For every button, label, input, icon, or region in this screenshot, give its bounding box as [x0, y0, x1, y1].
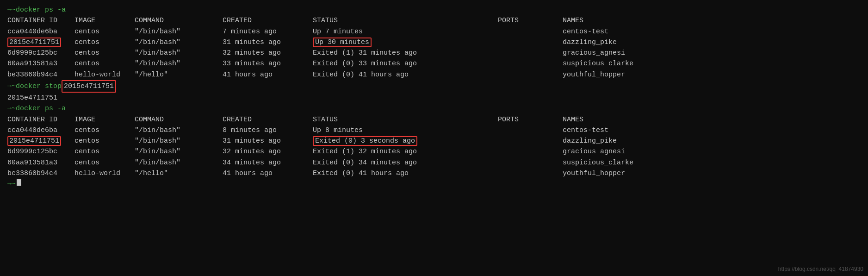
prompt-tilde: ~ — [12, 179, 16, 189]
col-names: suspicious_clarke — [563, 157, 633, 168]
table-row: 2015e4711751centos"/bin/bash"31 minutes … — [7, 37, 861, 48]
col-container-id: cca0440de6ba — [7, 26, 74, 37]
prompt-cursor-line: → ~ — [7, 179, 861, 189]
col-header-image: IMAGE — [74, 15, 135, 26]
col-command: "/bin/bash" — [135, 48, 223, 58]
col-header-container: CONTAINER ID — [7, 114, 74, 125]
prompt-arrow: → — [7, 179, 12, 189]
col-header-created: CREATED — [223, 15, 313, 26]
col-container-id: be33860b94c4 — [7, 69, 74, 80]
col-names: centos-test — [563, 26, 608, 37]
col-created: 34 minutes ago — [223, 157, 313, 168]
col-container-id: 6d9999c125bc — [7, 48, 74, 58]
col-status: Up 30 minutes — [313, 37, 498, 48]
prompt-arrow: → — [7, 5, 12, 15]
col-container-id: be33860b94c4 — [7, 168, 74, 179]
status-text: Exited (0) 41 hours ago — [313, 71, 409, 79]
container-id: cca0440de6ba — [7, 28, 57, 36]
terminal-window: → ~ docker ps -aCONTAINER IDIMAGECOMMAND… — [7, 5, 861, 189]
col-names: youthful_hopper — [563, 168, 625, 179]
col-command: "/bin/bash" — [135, 146, 223, 157]
container-id: 6d9999c125bc — [7, 148, 57, 156]
col-image: hello-world — [74, 69, 135, 80]
col-status: Exited (0) 41 hours ago — [313, 168, 498, 179]
table-row: 6d9999c125bccentos"/bin/bash"32 minutes … — [7, 48, 861, 58]
col-image: centos — [74, 125, 135, 136]
container-id: be33860b94c4 — [7, 169, 57, 177]
col-container-id: 60aa913581a3 — [7, 58, 74, 69]
col-image: centos — [74, 58, 135, 69]
status-text: Up 7 minutes — [313, 28, 363, 36]
col-names: youthful_hopper — [563, 69, 625, 80]
status-highlight: Up 30 minutes — [313, 38, 372, 47]
col-names: gracious_agnesi — [563, 48, 625, 58]
col-status: Up 7 minutes — [313, 26, 498, 37]
col-command: "/bin/bash" — [135, 125, 223, 136]
col-created: 8 minutes ago — [223, 125, 313, 136]
col-image: centos — [74, 26, 135, 37]
col-command: "/hello" — [135, 69, 223, 80]
status-text: Exited (0) 33 minutes ago — [313, 60, 417, 68]
col-image: centos — [74, 136, 135, 146]
col-created: 41 hours ago — [223, 168, 313, 179]
col-command: "/bin/bash" — [135, 58, 223, 69]
col-status: Exited (1) 31 minutes ago — [313, 48, 498, 58]
col-command: "/bin/bash" — [135, 136, 223, 146]
col-created: 31 minutes ago — [223, 37, 313, 48]
col-command: "/bin/bash" — [135, 37, 223, 48]
col-command: "/hello" — [135, 168, 223, 179]
col-status: Exited (0) 33 minutes ago — [313, 58, 498, 69]
col-created: 33 minutes ago — [223, 58, 313, 69]
col-container-id: 6d9999c125bc — [7, 146, 74, 157]
status-text: Exited (1) 31 minutes ago — [313, 49, 417, 57]
col-header-container: CONTAINER ID — [7, 15, 74, 26]
table-row: cca0440de6bacentos"/bin/bash"8 minutes a… — [7, 125, 861, 136]
col-names: suspicious_clarke — [563, 58, 633, 69]
command-arg-highlight: 2015e4711751 — [62, 80, 116, 93]
col-header-created: CREATED — [223, 114, 313, 125]
col-image: centos — [74, 157, 135, 168]
command-text: docker ps -a — [16, 103, 66, 114]
table-row: 6d9999c125bccentos"/bin/bash"32 minutes … — [7, 146, 861, 157]
status-text: Up 8 minutes — [313, 126, 363, 134]
table-row: be33860b94c4hello-world"/hello"41 hours … — [7, 69, 861, 80]
cursor — [17, 179, 21, 186]
col-header-names: NAMES — [563, 15, 583, 26]
status-text: Exited (0) 41 hours ago — [313, 169, 409, 177]
command-line: → ~ docker ps -a — [7, 5, 861, 15]
col-header-command: COMMAND — [135, 114, 223, 125]
col-container-id: 2015e4711751 — [7, 136, 74, 146]
col-header-status: STATUS — [313, 15, 498, 26]
col-image: centos — [74, 48, 135, 58]
col-header-names: NAMES — [563, 114, 583, 125]
col-image: hello-world — [74, 168, 135, 179]
status-text: Exited (1) 32 minutes ago — [313, 148, 417, 156]
col-status: Exited (1) 32 minutes ago — [313, 146, 498, 157]
container-id: 60aa913581a3 — [7, 159, 57, 167]
col-created: 32 minutes ago — [223, 146, 313, 157]
col-status: Exited (0) 3 seconds ago — [313, 136, 498, 146]
col-header-command: COMMAND — [135, 15, 223, 26]
col-names: dazzling_pike — [563, 37, 617, 48]
output-line: 2015e4711751 — [7, 93, 861, 103]
col-status: Up 8 minutes — [313, 125, 498, 136]
col-names: dazzling_pike — [563, 136, 617, 146]
col-created: 32 minutes ago — [223, 48, 313, 58]
col-container-id: 2015e4711751 — [7, 37, 74, 48]
prompt-tilde: ~ — [12, 5, 16, 15]
container-id-highlight: 2015e4711751 — [7, 38, 61, 47]
col-image: centos — [74, 37, 135, 48]
col-container-id: 60aa913581a3 — [7, 157, 74, 168]
prompt-tilde: ~ — [12, 81, 16, 92]
watermark: https://blog.csdn.net/qq_41874930 — [778, 266, 863, 272]
command-text: docker stop — [16, 81, 62, 92]
container-id: cca0440de6ba — [7, 126, 57, 134]
prompt-tilde: ~ — [12, 103, 16, 114]
col-header-ports: PORTS — [498, 15, 563, 26]
table-row: cca0440de6bacentos"/bin/bash"7 minutes a… — [7, 26, 861, 37]
command-text: docker ps -a — [16, 5, 66, 15]
col-header-status: STATUS — [313, 114, 498, 125]
table-row: 60aa913581a3centos"/bin/bash"33 minutes … — [7, 58, 861, 69]
col-header-image: IMAGE — [74, 114, 135, 125]
table-row: 60aa913581a3centos"/bin/bash"34 minutes … — [7, 157, 861, 168]
